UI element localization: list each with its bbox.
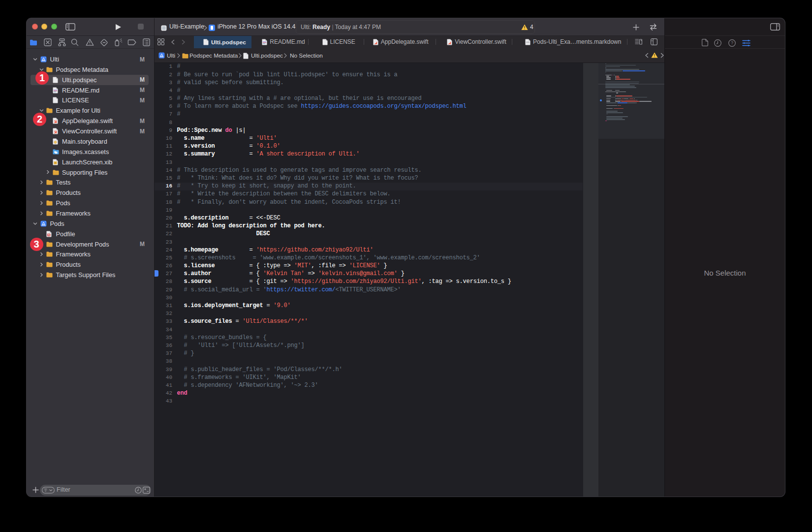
- svg-text:rb: rb: [48, 234, 50, 236]
- svg-text:?: ?: [731, 40, 733, 45]
